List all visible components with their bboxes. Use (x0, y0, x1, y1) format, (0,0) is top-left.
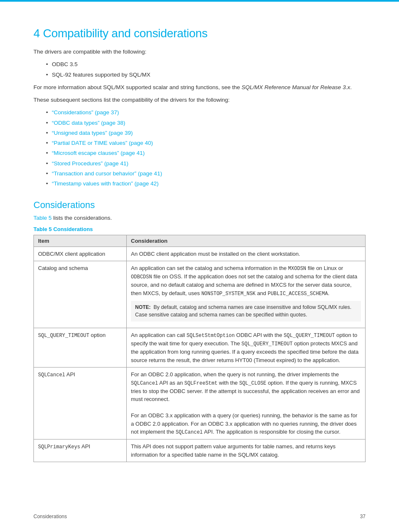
table-cell-consideration: An application can set the catalog and s… (127, 261, 366, 328)
list-item: ODBC 3.5 (46, 60, 366, 69)
table-cell-consideration: For an ODBC 2.0 application, when the qu… (127, 368, 366, 439)
compat-list: ODBC 3.5 SQL-92 features supported by SQ… (46, 60, 366, 79)
page-footer: Considerations 37 (33, 514, 366, 519)
col-header-item: Item (34, 235, 127, 247)
list-item: “Transaction and cursor behavior” (page … (46, 170, 366, 178)
reference-paragraph: For more information about SQL/MX suppor… (33, 83, 366, 92)
list-item: “Unsigned data types” (page 39) (46, 129, 366, 137)
list-item: “ODBC data types” (page 38) (46, 119, 366, 127)
table-row: ODBC/MX client application An ODBC clien… (34, 247, 366, 261)
table-cell-consideration: An application can call SQLSetStmtOption… (127, 328, 366, 368)
table-cell-item: Catalog and schema (34, 261, 127, 328)
page: 4 Compatibility and considerations The d… (0, 0, 399, 532)
table-cell-item: ODBC/MX client application (34, 247, 127, 261)
list-item: “Timestamp values with fraction” (page 4… (46, 180, 366, 188)
intro-paragraph: The drivers are compatible with the foll… (33, 48, 366, 56)
table-cell-item: SQL_QUERY_TIMEOUT option (34, 328, 127, 368)
table-row: SQLPrimaryKeys API This API does not sup… (34, 439, 366, 462)
table-row: SQLCancel API For an ODBC 2.0 applicatio… (34, 368, 366, 439)
chapter-title: 4 Compatibility and considerations (33, 27, 366, 40)
table-intro: Table 5 lists the considerations. (33, 214, 366, 222)
table-cell-item: SQLPrimaryKeys API (34, 439, 127, 462)
table-header-row: Item Consideration (34, 235, 366, 247)
section-links-list: “Considerations” (page 37) “ODBC data ty… (46, 108, 366, 188)
table-cell-consideration: This API does not support pattern value … (127, 439, 366, 462)
table-cell-item: SQLCancel API (34, 368, 127, 439)
col-header-consideration: Consideration (127, 235, 366, 247)
list-item: “Microsoft escape clauses” (page 41) (46, 149, 366, 157)
list-item: SQL-92 features supported by SQL/MX (46, 71, 366, 79)
table-row: Catalog and schema An application can se… (34, 261, 366, 328)
note-block: NOTE: By default, catalog and schema nam… (131, 301, 361, 322)
table-cell-consideration: An ODBC client application must be insta… (127, 247, 366, 261)
top-border (0, 0, 399, 2)
footer-left: Considerations (33, 514, 67, 519)
considerations-table: Item Consideration ODBC/MX client applic… (33, 235, 366, 463)
list-item: “Partial DATE or TIME values” (page 40) (46, 139, 366, 147)
table-caption: Table 5 Considerations (33, 226, 366, 232)
list-item: “Stored Procedures” (page 41) (46, 159, 366, 168)
table-row: SQL_QUERY_TIMEOUT option An application … (34, 328, 366, 368)
list-item: “Considerations” (page 37) (46, 108, 366, 117)
considerations-title: Considerations (33, 200, 366, 211)
sections-intro: These subsequent sections list the compa… (33, 96, 366, 104)
footer-right: 37 (360, 514, 366, 519)
